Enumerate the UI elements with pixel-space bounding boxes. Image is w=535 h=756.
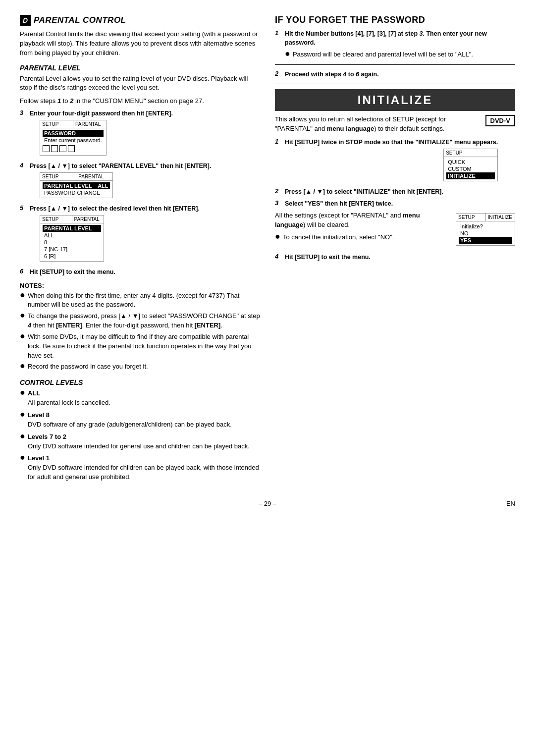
screen5-header-left: SETUP	[40, 216, 72, 223]
password-box-1	[43, 145, 50, 152]
level-7-to-2: ● Levels 7 to 2 Only DVD software intend…	[20, 432, 260, 451]
bullet-all: ●	[20, 388, 25, 408]
init-bullet-dot: ●	[275, 232, 280, 242]
step-5-text: Press [▲ / ▼] to select the desired leve…	[30, 204, 200, 213]
step-6-number: 6	[20, 268, 27, 275]
level-8: ● Level 8 DVD software of any grade (adu…	[20, 411, 260, 430]
forget-step-1-text: Hit the Number buttons [4], [7], [3], [7…	[285, 29, 515, 47]
screen5-row-r: 6 [R]	[43, 253, 101, 260]
note-item-4: ● Record the password in case you forget…	[20, 362, 260, 372]
screen4-header-left: SETUP	[40, 173, 76, 180]
step-4-number: 4	[20, 162, 27, 169]
screen-mockup-init1: SETUP QUICK CUSTOM INITIALIZE	[443, 149, 498, 181]
level-all: ● ALL All parental lock is cancelled.	[20, 389, 260, 408]
init1-screen-header: SETUP	[444, 149, 497, 157]
initialize-banner: INITIALIZE	[275, 89, 515, 111]
parental-level-body: Parental Level allows you to set the rat…	[20, 74, 260, 93]
dvd-v-badge: DVD-V	[485, 115, 515, 126]
divider-1	[275, 64, 515, 65]
init3-row-yes: YES	[459, 237, 512, 244]
forget-step-1: 1 Hit the Number buttons [4], [7], [3], …	[275, 29, 515, 47]
password-box-2	[51, 145, 58, 152]
password-box-4	[68, 145, 75, 152]
d-icon: D	[20, 15, 31, 26]
init3-header-left: SETUP	[456, 214, 486, 221]
init-step-1: 1 Hit [SETUP] twice in STOP mode so that…	[275, 138, 515, 184]
screen3-row1: PASSWORD	[43, 130, 104, 137]
level-8-label: Level 8	[28, 411, 50, 419]
all-label: ALL	[28, 389, 40, 397]
step-3-number: 3	[20, 109, 27, 116]
step-5: 5 Press [▲ / ▼] to select the desired le…	[20, 204, 260, 265]
init-step-2-text: Press [▲ / ▼] to select "INITIALIZE" the…	[285, 187, 443, 196]
level-1: ● Level 1 Only DVD software intended for…	[20, 454, 260, 482]
step-3: 3 Enter your four-digit password then hi…	[20, 109, 260, 159]
step-4-text: Press [▲ / ▼] to select "PARENTAL LEVEL"…	[30, 162, 212, 170]
step-3-text: Enter your four-digit password then hit …	[30, 109, 173, 118]
notes-title: NOTES:	[20, 282, 260, 289]
forget-bullet-1: ● Password will be cleared and parental …	[285, 50, 515, 59]
bullet-dot-1: ●	[20, 290, 25, 310]
init-bullet-text: To cancel the initialization, select "NO…	[283, 233, 394, 242]
screen-mockup-step3: SETUP PARENTAL PASSWORD Enter current pa…	[40, 120, 107, 156]
init-step-1-number: 1	[275, 138, 282, 145]
init-step3-body: SETUP INITIALIZE Initialize? NO YES All …	[275, 211, 515, 249]
bullet-8: ●	[20, 410, 25, 430]
init1-row-quick: QUICK	[446, 159, 495, 165]
init-step3-bullet: ● To cancel the initialization, select "…	[275, 233, 451, 242]
level-7-to-2-label: Levels 7 to 2	[28, 433, 66, 440]
level-1-label: Level 1	[28, 454, 50, 462]
level-7-to-2-text: Only DVD software intended for general u…	[28, 442, 250, 450]
screen3-row2: Enter current password.	[43, 137, 104, 144]
screen4-header-right: PARENTAL	[76, 173, 112, 180]
forget-step-2-text: Proceed with steps 4 to 6 again.	[285, 70, 379, 79]
screen5-row-nc17: 7 [NC-17]	[43, 246, 101, 253]
forget-step-2-number: 2	[275, 70, 282, 77]
follow-steps-text: Follow steps 1 to 2 in the "CUSTOM MENU"…	[20, 97, 260, 106]
forget-bullet-dot-1: ●	[285, 49, 290, 59]
screen-mockup-step5: SETUP PARENTAL PARENTAL LEVEL ALL 8 7 [N…	[40, 215, 104, 262]
init-step-4-number: 4	[275, 253, 282, 260]
screen5-row-all: ALL	[43, 232, 101, 239]
screen5-header-right: PARENTAL	[72, 216, 104, 223]
notes-section: NOTES: ● When doing this for the first t…	[20, 282, 260, 372]
init-step-3-number: 3	[275, 199, 282, 207]
init-step-3-text: Select "YES" then hit [ENTER] twice.	[285, 199, 393, 208]
bullet-dot-3: ●	[20, 331, 25, 361]
screen3-header-left: SETUP	[40, 120, 73, 128]
screen5-row-8: 8	[43, 239, 101, 246]
init3-header-right: INITIALIZE	[486, 214, 515, 221]
page-footer: – 29 – EN	[20, 500, 515, 507]
note-text-4: Record the password in case you forget i…	[28, 362, 148, 372]
note-text-2: To change the password, press [▲ / ▼] to…	[28, 312, 260, 330]
note-item-3: ● With some DVDs, it may be difficult to…	[20, 332, 260, 361]
init1-row-initialize: INITIALIZE	[446, 172, 495, 179]
initialize-intro: This allows you to return all selections…	[275, 115, 515, 134]
screen4-row1: PARENTAL LEVEL ALL	[43, 182, 110, 189]
bullet-7-2: ●	[20, 432, 25, 451]
right-column: IF YOU FORGET THE PASSWORD 1 Hit the Num…	[275, 15, 515, 485]
bullet-1: ●	[20, 453, 25, 482]
screen3-header-right: PARENTAL	[73, 120, 106, 128]
step-5-number: 5	[20, 204, 27, 212]
parental-control-header: D PARENTAL CONTROL	[20, 15, 260, 26]
init-step-1-text: Hit [SETUP] twice in STOP mode so that t…	[285, 138, 498, 147]
step-6: 6 Hit [SETUP] to exit the menu.	[20, 268, 260, 276]
lang-label: EN	[506, 500, 515, 507]
parental-control-intro: Parental Control limits the disc viewing…	[20, 30, 260, 58]
step-6-text: Hit [SETUP] to exit the menu.	[30, 268, 115, 276]
password-boxes	[43, 145, 104, 152]
control-levels-section: CONTROL LEVELS ● ALL All parental lock i…	[20, 378, 260, 482]
page-container: D PARENTAL CONTROL Parental Control limi…	[20, 15, 515, 485]
left-column: D PARENTAL CONTROL Parental Control limi…	[20, 15, 260, 485]
note-text-1: When doing this for the first time, ente…	[28, 291, 260, 310]
step-4: 4 Press [▲ / ▼] to select "PARENTAL LEVE…	[20, 162, 260, 201]
forget-step-1-number: 1	[275, 29, 282, 37]
parental-level-title: PARENTAL LEVEL	[20, 64, 260, 72]
control-levels-title: CONTROL LEVELS	[20, 378, 260, 386]
init1-row-custom: CUSTOM	[446, 165, 495, 172]
forget-step-2: 2 Proceed with steps 4 to 6 again.	[275, 70, 515, 79]
init-step-2: 2 Press [▲ / ▼] to select "INITIALIZE" t…	[275, 187, 515, 196]
password-box-3	[59, 145, 66, 152]
bullet-dot-4: ●	[20, 361, 25, 372]
